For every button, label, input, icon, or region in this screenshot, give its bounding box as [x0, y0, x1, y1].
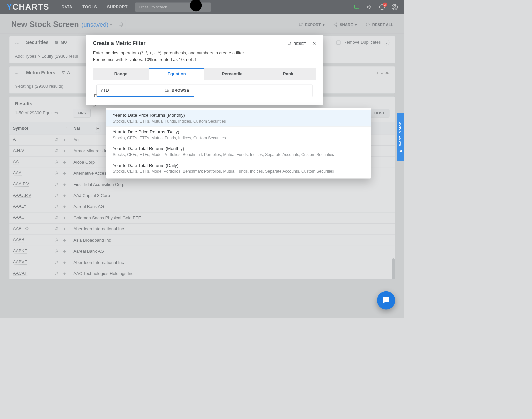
browse-button[interactable]: BROWSE — [160, 85, 194, 97]
autocomplete-item[interactable]: Year to Date Total Returns (Daily) Stock… — [106, 160, 371, 176]
nav-tools[interactable]: TOOLS — [82, 5, 97, 9]
nav-data[interactable]: DATA — [61, 5, 72, 9]
ghost-enter-metric: E — [94, 93, 97, 98]
metric-input-row: BROWSE — [96, 85, 312, 97]
chat-icon — [382, 296, 391, 305]
reset-icon — [287, 41, 291, 45]
ac-item-title: Year to Date Price Returns (Daily) — [113, 129, 364, 135]
ac-item-sub: Stocks, CEFs, ETFs, Model Portfolios, Be… — [113, 152, 364, 157]
modal-reset-button[interactable]: RESET — [287, 41, 306, 46]
profile-icon[interactable] — [392, 4, 398, 10]
topbar: YCHARTS DATA TOOLS SUPPORT 3 — [0, 0, 404, 14]
logo-text: CHARTS — [13, 2, 49, 12]
tab-range[interactable]: Range — [93, 68, 149, 80]
search-box[interactable] — [135, 2, 211, 11]
browse-icon — [165, 88, 169, 93]
modal-description: Enter metrics, operators (*, /, +, -, ^)… — [93, 50, 316, 63]
ac-item-sub: Stocks, CEFs, ETFs, Mutual Funds, Indice… — [113, 119, 364, 124]
topbar-icons: 3 — [354, 4, 398, 10]
svg-point-0 — [190, 0, 202, 11]
autocomplete-item[interactable]: Year to Date Price Returns (Monthly) Sto… — [106, 110, 371, 126]
ghost-box: E — [95, 125, 101, 133]
browse-label: BROWSE — [172, 88, 189, 93]
ac-item-sub: Stocks, CEFs, ETFs, Model Portfolios, Be… — [113, 169, 364, 174]
svg-point-4 — [394, 5, 396, 7]
metric-filter-modal: Create a Metric Filter RESET ✕ Enter met… — [86, 35, 323, 105]
ac-item-title: Year to Date Total Returns (Daily) — [113, 163, 364, 168]
info-icon[interactable]: 3 — [379, 4, 385, 10]
nav-links: DATA TOOLS SUPPORT — [61, 5, 127, 9]
tab-equation[interactable]: Equation — [149, 68, 204, 80]
ac-item-title: Year to Date Total Returns (Monthly) — [113, 146, 364, 151]
announcements-icon[interactable] — [366, 4, 372, 10]
tab-percentile[interactable]: Percentile — [204, 68, 260, 80]
notification-badge: 3 — [383, 2, 387, 7]
tab-rank[interactable]: Rank — [260, 68, 316, 80]
ac-item-sub: Stocks, CEFs, ETFs, Mutual Funds, Indice… — [113, 136, 364, 140]
modal-title: Create a Metric Filter — [93, 40, 146, 46]
chevron-left-icon: ◀ — [399, 149, 402, 153]
filter-tabs: Range Equation Percentile Rank — [93, 68, 316, 80]
ghost-arrow: > — [93, 104, 96, 108]
autocomplete-item[interactable]: Year to Date Price Returns (Daily) Stock… — [106, 126, 371, 143]
quickflows-tab[interactable]: QUICKFLOWS ◀ — [397, 113, 404, 161]
nav-support[interactable]: SUPPORT — [107, 5, 127, 9]
search-input[interactable] — [138, 5, 187, 9]
metric-input[interactable] — [97, 85, 160, 96]
logo[interactable]: YCHARTS — [7, 2, 49, 12]
feedback-icon[interactable] — [354, 4, 360, 10]
close-icon[interactable]: ✕ — [312, 41, 316, 46]
autocomplete-item[interactable]: Year to Date Total Returns (Monthly) Sto… — [106, 143, 371, 160]
ac-item-title: Year to Date Price Returns (Monthly) — [113, 113, 364, 118]
autocomplete-dropdown: Year to Date Price Returns (Monthly) Sto… — [106, 108, 371, 179]
modal-reset-label: RESET — [293, 41, 306, 46]
quickflows-label: QUICKFLOWS — [399, 121, 402, 146]
svg-rect-1 — [354, 5, 359, 8]
chat-button[interactable] — [377, 291, 395, 310]
